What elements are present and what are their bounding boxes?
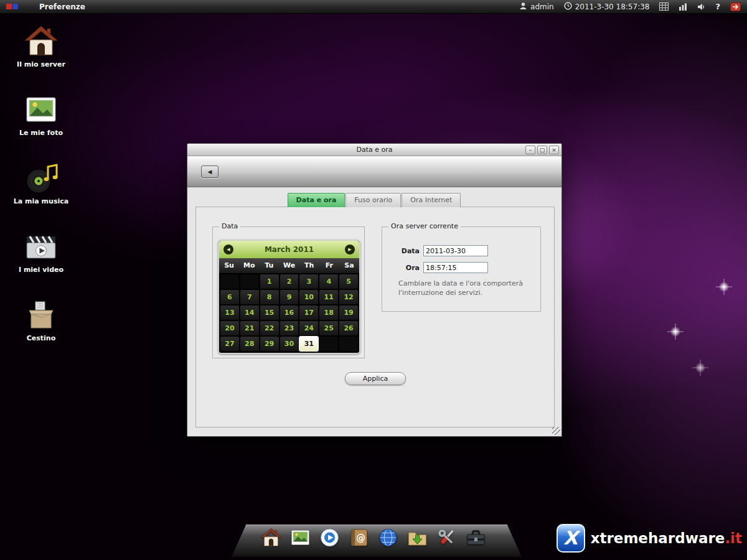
calendar-day-29[interactable]: 29 bbox=[260, 337, 279, 351]
svg-text:@: @ bbox=[356, 533, 365, 544]
user-name: admin bbox=[530, 2, 554, 11]
calendar-empty-cell bbox=[319, 337, 338, 351]
calendar-day-14[interactable]: 14 bbox=[240, 306, 259, 320]
tab-fuso-orario[interactable]: Fuso orario bbox=[345, 193, 401, 207]
tab-data-e-ora[interactable]: Data e ora bbox=[288, 193, 345, 207]
calendar: ◀ March 2011 ▶ SuMoTuWeThFrSa 1234567891… bbox=[218, 240, 360, 354]
calendar-grid: 1234567891011121314151617181920212223242… bbox=[219, 273, 359, 353]
service-warning-note: Cambiare la data e l'ora comporterà l'in… bbox=[398, 279, 539, 298]
watermark: X xtremehardware.it bbox=[557, 524, 742, 553]
calendar-day-1[interactable]: 1 bbox=[260, 274, 279, 289]
volume-icon[interactable] bbox=[697, 3, 705, 11]
calendar-day-7[interactable]: 7 bbox=[240, 290, 259, 304]
server-time-group: Ora server corrente Data Ora Cambiare la… bbox=[382, 226, 541, 312]
xtremehardware-logo-icon[interactable]: X bbox=[557, 524, 585, 553]
grid-icon[interactable] bbox=[659, 2, 669, 11]
back-button[interactable]: ◀ bbox=[201, 166, 218, 178]
dock-photos-icon[interactable] bbox=[290, 527, 311, 548]
calendar-day-28[interactable]: 28 bbox=[240, 337, 259, 351]
calendar-header: ◀ March 2011 ▶ bbox=[219, 241, 359, 258]
resize-handle[interactable] bbox=[552, 427, 560, 435]
calendar-day-20[interactable]: 20 bbox=[220, 321, 239, 335]
app-icon[interactable] bbox=[6, 4, 18, 9]
dock-contacts-icon[interactable]: @ bbox=[349, 527, 370, 548]
dock-web-icon[interactable] bbox=[378, 527, 399, 548]
desktop-icon-label: I miei video bbox=[12, 266, 70, 274]
calendar-weekday-th: Th bbox=[299, 258, 319, 273]
video-icon bbox=[24, 229, 59, 264]
trash-icon bbox=[24, 297, 59, 332]
calendar-day-12[interactable]: 12 bbox=[339, 290, 358, 304]
window-data-e-ora: Data e ora – □ × ◀ Data e oraFuso orario… bbox=[187, 143, 562, 437]
calendar-day-6[interactable]: 6 bbox=[220, 290, 239, 304]
apply-button[interactable]: Applica bbox=[345, 372, 406, 385]
calendar-empty-cell bbox=[240, 274, 259, 289]
server-time-legend: Ora server corrente bbox=[388, 222, 461, 230]
calendar-day-13[interactable]: 13 bbox=[220, 306, 239, 320]
desktop-icon-photos[interactable]: Le mie foto bbox=[12, 92, 70, 137]
window-titlebar[interactable]: Data e ora – □ × bbox=[187, 144, 561, 156]
calendar-day-18[interactable]: 18 bbox=[319, 306, 338, 320]
calendar-day-8[interactable]: 8 bbox=[260, 290, 279, 304]
desktop-icon-video[interactable]: I miei video bbox=[12, 229, 70, 274]
window-toolbar: ◀ bbox=[187, 156, 561, 187]
desktop: Preferenze admin 2011-3-30 18:57:38 ? Il… bbox=[0, 0, 747, 560]
calendar-day-16[interactable]: 16 bbox=[280, 306, 299, 320]
tab-ora-internet[interactable]: Ora Internet bbox=[402, 193, 461, 207]
dock-home-icon[interactable] bbox=[261, 527, 282, 548]
desktop-icon-trash[interactable]: Cestino bbox=[12, 297, 70, 342]
calendar-weekday-mo: Mo bbox=[239, 258, 259, 273]
home-icon bbox=[24, 24, 59, 58]
dock-toolbox-icon[interactable] bbox=[466, 527, 487, 548]
watermark-tld: .it bbox=[725, 530, 742, 546]
calendar-day-21[interactable]: 21 bbox=[240, 321, 259, 335]
user-menu[interactable]: admin bbox=[519, 2, 554, 12]
calendar-day-30[interactable]: 30 bbox=[280, 337, 299, 351]
watermark-name: xtremehardware bbox=[591, 530, 725, 546]
calendar-day-17[interactable]: 17 bbox=[299, 306, 318, 320]
calendar-day-31[interactable]: 31 bbox=[299, 337, 318, 351]
calendar-day-10[interactable]: 10 bbox=[299, 290, 318, 304]
calendar-weekday-su: Su bbox=[219, 258, 239, 273]
time-input[interactable] bbox=[423, 262, 488, 273]
calendar-day-26[interactable]: 26 bbox=[339, 321, 358, 335]
desktop-icon-home[interactable]: Il mio server bbox=[12, 24, 70, 68]
desktop-icon-label: Il mio server bbox=[12, 60, 70, 68]
desktop-icon-music[interactable]: La mia musica bbox=[12, 161, 70, 205]
calendar-weekday-sa: Sa bbox=[339, 258, 359, 273]
calendar-day-23[interactable]: 23 bbox=[280, 321, 299, 335]
calendar-prev-button[interactable]: ◀ bbox=[223, 245, 233, 254]
calendar-day-24[interactable]: 24 bbox=[299, 321, 318, 335]
stats-icon[interactable] bbox=[679, 3, 687, 11]
desktop-icon-label: La mia musica bbox=[12, 197, 70, 205]
calendar-day-19[interactable]: 19 bbox=[339, 306, 358, 320]
calendar-next-button[interactable]: ▶ bbox=[345, 245, 355, 254]
date-field-label: Data bbox=[382, 247, 420, 255]
clock-display: 2011-3-30 18:57:38 bbox=[564, 2, 650, 12]
dock-download-icon[interactable] bbox=[407, 527, 428, 548]
calendar-day-4[interactable]: 4 bbox=[319, 274, 338, 289]
dock-tools-icon[interactable] bbox=[436, 527, 458, 548]
close-button[interactable]: × bbox=[549, 146, 559, 154]
calendar-day-25[interactable]: 25 bbox=[319, 321, 338, 335]
clock-icon bbox=[564, 2, 572, 12]
logout-icon[interactable] bbox=[730, 2, 741, 11]
minimize-button[interactable]: – bbox=[525, 146, 535, 154]
help-button[interactable]: ? bbox=[715, 2, 720, 11]
date-input[interactable] bbox=[423, 245, 488, 256]
calendar-day-5[interactable]: 5 bbox=[339, 274, 358, 289]
calendar-weekday-tu: Tu bbox=[259, 258, 279, 273]
calendar-day-3[interactable]: 3 bbox=[299, 274, 318, 289]
calendar-day-2[interactable]: 2 bbox=[280, 274, 299, 289]
date-group-legend: Data bbox=[219, 222, 240, 230]
calendar-day-11[interactable]: 11 bbox=[319, 290, 338, 304]
date-row: Data bbox=[382, 245, 488, 256]
calendar-day-22[interactable]: 22 bbox=[260, 321, 279, 335]
maximize-button[interactable]: □ bbox=[537, 146, 547, 154]
dock-player-icon[interactable] bbox=[319, 527, 341, 548]
calendar-weekday-fr: Fr bbox=[319, 258, 339, 273]
calendar-day-9[interactable]: 9 bbox=[280, 290, 299, 304]
calendar-day-15[interactable]: 15 bbox=[260, 306, 279, 320]
user-icon bbox=[519, 2, 527, 12]
calendar-day-27[interactable]: 27 bbox=[220, 337, 239, 351]
